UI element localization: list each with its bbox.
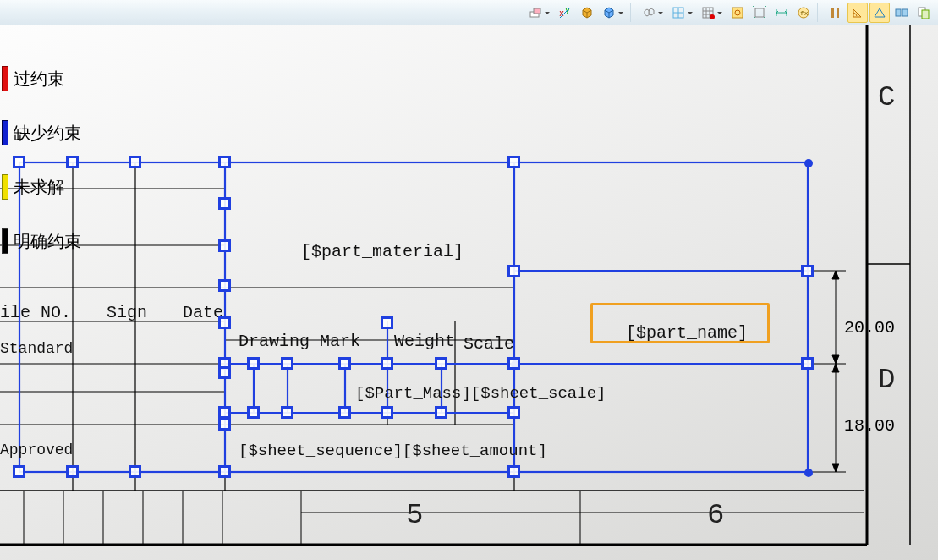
bars-indicator-button[interactable] bbox=[826, 3, 846, 23]
svg-text:fx: fx bbox=[800, 9, 809, 17]
sketch-handle[interactable] bbox=[801, 265, 814, 277]
legend-label: 未求解 bbox=[14, 176, 64, 199]
toolbar-separator bbox=[630, 3, 635, 22]
horizontal-dim-button[interactable] bbox=[771, 3, 792, 23]
grid-layout-button[interactable] bbox=[668, 3, 688, 23]
sketch-handle[interactable] bbox=[129, 465, 141, 478]
sketch-handle[interactable] bbox=[218, 366, 231, 379]
cube-gold-button[interactable] bbox=[577, 3, 597, 23]
sketch-handle[interactable] bbox=[129, 156, 141, 168]
cell-date: Date bbox=[183, 303, 223, 322]
svg-rect-13 bbox=[732, 8, 743, 18]
cubes-dropdown-button[interactable] bbox=[639, 3, 659, 23]
drawing-canvas[interactable]: 过约束 缺少约束 未求解 明确约束 5 6 C D ile NO. Sign D… bbox=[0, 25, 938, 560]
cell-scale: Scale bbox=[464, 334, 514, 354]
sketch-handle[interactable] bbox=[218, 406, 231, 419]
cell-approved: Approved bbox=[0, 442, 73, 458]
sketch-handle[interactable] bbox=[218, 197, 231, 210]
sketch-handle[interactable] bbox=[281, 357, 293, 370]
svg-point-12 bbox=[710, 14, 715, 19]
dimension-20[interactable]: 20.00 bbox=[844, 318, 895, 338]
sketch-handle[interactable] bbox=[338, 357, 351, 370]
sketch-handle[interactable] bbox=[66, 156, 79, 168]
chevron-down-icon bbox=[717, 12, 722, 14]
dimension-18[interactable]: 18.00 bbox=[844, 416, 895, 436]
svg-rect-21 bbox=[831, 8, 834, 18]
svg-rect-25 bbox=[902, 9, 908, 16]
cell-sheet-sequence: [$sheet_sequence][$sheet_amount] bbox=[239, 442, 547, 460]
grid-layout-red-button[interactable] bbox=[698, 3, 718, 23]
cell-standard: Standard bbox=[0, 340, 73, 357]
sketch-endpoint[interactable] bbox=[804, 159, 813, 167]
sketch-handle[interactable] bbox=[13, 465, 25, 478]
cube-blue-button[interactable] bbox=[599, 3, 619, 23]
frame-row-d: D bbox=[878, 364, 895, 396]
chevron-down-icon bbox=[688, 12, 693, 14]
cell-part-mass-scale: [$Part_Mass][$sheet_scale] bbox=[355, 384, 606, 403]
sketch-handle[interactable] bbox=[218, 418, 231, 431]
axis-box-button[interactable] bbox=[727, 3, 748, 23]
swatch-blue bbox=[2, 120, 8, 145]
sketch-handle[interactable] bbox=[218, 316, 231, 329]
cell-sign: Sign bbox=[107, 303, 147, 322]
sketch-handle[interactable] bbox=[218, 279, 231, 292]
frame-col-6: 6 bbox=[707, 499, 724, 531]
sketch-handle[interactable] bbox=[218, 465, 231, 478]
swatch-red bbox=[2, 66, 8, 91]
svg-rect-1 bbox=[534, 8, 540, 14]
sketch-handle[interactable] bbox=[247, 357, 260, 370]
sketch-handle[interactable] bbox=[507, 406, 520, 419]
fx-button[interactable]: fx bbox=[793, 3, 814, 23]
sketch-handle[interactable] bbox=[507, 156, 520, 168]
sketch-handle[interactable] bbox=[381, 316, 393, 329]
chevron-down-icon bbox=[545, 12, 550, 14]
sketch-handle[interactable] bbox=[66, 465, 79, 478]
legend-label: 过约束 bbox=[14, 68, 64, 91]
sketch-handle[interactable] bbox=[507, 357, 520, 370]
expand-arrows-button[interactable] bbox=[749, 3, 770, 23]
legend-under-constrained: 缺少约束 bbox=[2, 120, 81, 145]
toolbar-separator bbox=[817, 3, 822, 22]
eraser-button[interactable] bbox=[525, 3, 546, 23]
legend-label: 缺少约束 bbox=[14, 122, 81, 145]
sketch-handle[interactable] bbox=[801, 357, 814, 370]
angle-tool-button[interactable] bbox=[847, 3, 868, 23]
sketch-handle[interactable] bbox=[281, 406, 293, 419]
cell-weight: Weight bbox=[394, 332, 455, 351]
sketch-handle[interactable] bbox=[218, 156, 231, 168]
frame-col-5: 5 bbox=[406, 499, 423, 531]
sketch-handle[interactable] bbox=[435, 357, 447, 370]
svg-rect-15 bbox=[755, 8, 764, 17]
sketch-endpoint[interactable] bbox=[804, 469, 813, 477]
svg-rect-27 bbox=[922, 10, 929, 19]
sketch-handle[interactable] bbox=[507, 265, 520, 277]
sketch-handle[interactable] bbox=[218, 239, 231, 252]
cell-part-name[interactable]: [$part_name] bbox=[626, 323, 748, 343]
angle-highlight-button[interactable] bbox=[869, 3, 890, 23]
svg-rect-24 bbox=[896, 9, 901, 16]
xy-coords-button[interactable]: xy bbox=[555, 3, 575, 23]
frame-row-c: C bbox=[878, 81, 895, 113]
legend-defined: 明确约束 bbox=[2, 228, 81, 254]
cell-part-material: [$part_material] bbox=[301, 242, 464, 261]
legend-unsolved: 未求解 bbox=[2, 174, 81, 200]
cell-drawing-mark: Drawing Mark bbox=[239, 332, 360, 351]
swatch-yellow bbox=[2, 174, 8, 200]
sketch-handle[interactable] bbox=[338, 406, 351, 419]
sketch-handle[interactable] bbox=[381, 357, 393, 370]
sheet-switch-button[interactable] bbox=[913, 3, 934, 23]
cell-file-no: ile NO. bbox=[0, 303, 71, 322]
swatch-black bbox=[2, 228, 8, 254]
sketch-handle[interactable] bbox=[247, 406, 260, 419]
svg-rect-22 bbox=[837, 8, 839, 18]
sketch-handle[interactable] bbox=[381, 406, 393, 419]
sketch-handle[interactable] bbox=[13, 156, 25, 168]
chevron-down-icon bbox=[658, 12, 663, 14]
legend-label: 明确约束 bbox=[14, 230, 81, 253]
constraint-legend: 过约束 缺少约束 未求解 明确约束 bbox=[2, 66, 81, 283]
sketch-handle[interactable] bbox=[507, 465, 520, 478]
sketch-handle[interactable] bbox=[435, 406, 447, 419]
legend-over-constrained: 过约束 bbox=[2, 66, 81, 91]
views-button[interactable] bbox=[891, 3, 912, 23]
chevron-down-icon bbox=[618, 12, 623, 14]
